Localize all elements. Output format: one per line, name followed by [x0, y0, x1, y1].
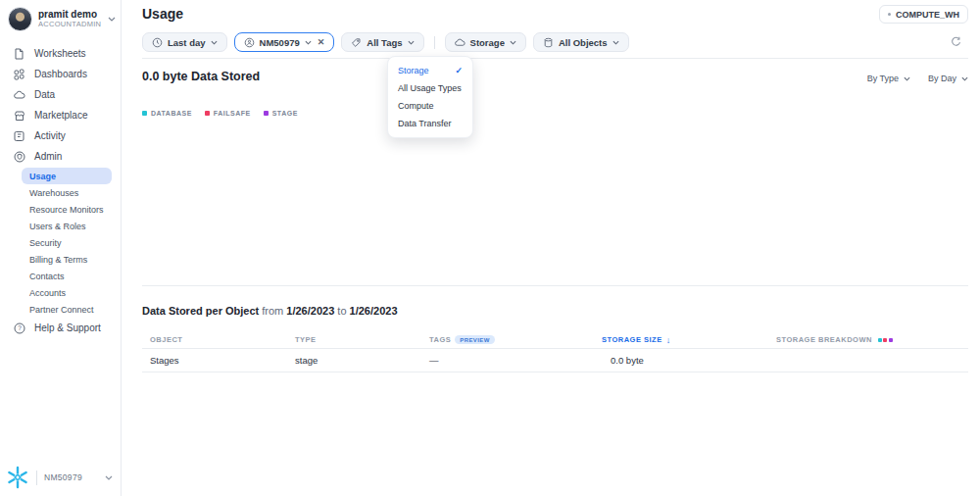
row-object-cell: Stages — [142, 355, 295, 366]
sidebar-item-label: Marketplace — [34, 110, 87, 121]
sidebar-item-label: Help & Support — [34, 322, 101, 333]
warehouse-name: COMPUTE_WH — [896, 10, 959, 20]
sidebar-item-resource-monitors[interactable]: Resource Monitors — [22, 201, 112, 218]
menu-item-compute[interactable]: Compute — [388, 97, 472, 115]
column-header-storage-size[interactable]: STORAGE SIZE ↓ — [602, 335, 776, 345]
sidebar-item-security[interactable]: Security — [22, 234, 112, 251]
grid-icon — [13, 69, 25, 80]
row-type-cell: stage — [295, 355, 429, 366]
sidebar-item-help-support[interactable]: ? Help & Support — [0, 318, 121, 338]
sidebar-item-users-roles[interactable]: Users & Roles — [22, 218, 112, 234]
filter-label: NM50979 — [260, 37, 300, 48]
sidebar-item-billing-terms[interactable]: Billing & Terms — [22, 251, 112, 268]
page-title: Usage — [142, 6, 183, 22]
filter-label: Storage — [470, 37, 505, 48]
table-row[interactable]: Stages stage — 0.0 byte — [142, 349, 968, 372]
preview-badge: PREVIEW — [455, 335, 494, 344]
sidebar-item-dashboards[interactable]: Dashboards — [0, 64, 121, 84]
time-range-filter-button[interactable]: Last day — [142, 32, 227, 52]
legend-color-swatch — [205, 111, 210, 116]
subnav-label: Security — [29, 238, 62, 248]
account-filter-button[interactable]: NM50979 ✕ — [234, 32, 335, 52]
tag-icon — [351, 37, 362, 48]
admin-subnav: Usage Warehouses Resource Monitors Users… — [0, 167, 121, 318]
chevron-down-icon — [612, 40, 619, 45]
sidebar: pramit demo ACCOUNTADMIN Worksheets Dash… — [0, 0, 122, 496]
sidebar-item-activity[interactable]: Activity — [0, 125, 121, 146]
legend-item-failsafe: FAILSAFE — [205, 110, 251, 117]
sidebar-item-admin[interactable]: Admin — [0, 146, 121, 167]
cloud-icon — [455, 37, 466, 48]
avatar — [8, 7, 32, 31]
warehouse-selector-button[interactable]: COMPUTE_WH — [879, 5, 968, 24]
group-by-label: By Type — [867, 74, 899, 83]
column-header-storage-breakdown: STORAGE BREAKDOWN — [776, 335, 968, 344]
legend-label: FAILSAFE — [214, 110, 251, 117]
user-meta: pramit demo ACCOUNTADMIN — [38, 9, 101, 28]
chevron-down-icon — [211, 40, 218, 45]
sidebar-item-partner-connect[interactable]: Partner Connect — [22, 301, 112, 318]
interval-dropdown[interactable]: By Day — [928, 74, 968, 83]
table-title-to-word: to — [337, 305, 346, 317]
sort-desc-icon: ↓ — [666, 335, 671, 345]
tags-filter-button[interactable]: All Tags — [341, 32, 423, 52]
table-title-main: Data Stored per Object — [142, 305, 259, 317]
chart-heading: 0.0 byte Data Stored — [142, 70, 260, 83]
subnav-label: Users & Roles — [29, 222, 86, 231]
legend-color-swatch — [142, 111, 147, 116]
subnav-label: Billing & Terms — [29, 255, 87, 265]
database-icon — [543, 37, 554, 48]
divider — [36, 471, 37, 485]
chart-controls: By Type By Day — [867, 74, 968, 83]
account-locator: NM50979 — [44, 472, 82, 482]
chevron-down-icon — [108, 17, 116, 22]
snowflake-logo-icon — [6, 466, 29, 489]
sidebar-item-accounts[interactable]: Accounts — [22, 284, 112, 301]
sidebar-item-label: Admin — [34, 151, 62, 162]
chevron-down-icon — [408, 40, 415, 45]
close-icon[interactable]: ✕ — [318, 37, 325, 47]
refresh-icon[interactable] — [951, 36, 961, 47]
menu-item-label: Storage — [398, 66, 429, 75]
objects-filter-button[interactable]: All Objects — [533, 32, 629, 52]
sidebar-nav: Worksheets Dashboards Data Marketplace — [0, 43, 121, 338]
activity-icon — [13, 130, 25, 142]
section-divider — [142, 285, 968, 286]
table-start-date: 1/26/2023 — [286, 305, 334, 317]
usage-type-menu: Storage ✓ All Usage Types Compute Data T… — [387, 56, 473, 138]
sidebar-item-warehouses[interactable]: Warehouses — [22, 184, 112, 201]
sidebar-item-data[interactable]: Data — [0, 84, 121, 105]
sidebar-item-worksheets[interactable]: Worksheets — [0, 43, 121, 64]
clock-icon — [152, 37, 163, 48]
column-label: OBJECT — [150, 335, 182, 344]
chevron-down-icon — [904, 76, 910, 81]
sidebar-item-usage[interactable]: Usage — [22, 168, 112, 184]
filter-label: All Tags — [367, 37, 402, 48]
group-by-dropdown[interactable]: By Type — [867, 74, 910, 83]
breakdown-legend-dots — [878, 338, 893, 342]
breakdown-swatch-stage — [889, 338, 893, 342]
account-switcher[interactable]: NM50979 — [6, 466, 113, 489]
legend-item-database: DATABASE — [142, 110, 192, 117]
sidebar-item-contacts[interactable]: Contacts — [22, 268, 112, 284]
subnav-label: Usage — [29, 172, 56, 181]
organization-icon — [244, 37, 255, 48]
sidebar-item-marketplace[interactable]: Marketplace — [0, 105, 121, 125]
document-icon — [13, 48, 25, 60]
chevron-down-icon — [305, 40, 312, 45]
column-label: TYPE — [295, 335, 317, 344]
column-header-type: TYPE — [295, 335, 429, 344]
menu-item-data-transfer[interactable]: Data Transfer — [388, 115, 472, 132]
snowflake-usage-page: pramit demo ACCOUNTADMIN Worksheets Dash… — [0, 0, 980, 496]
legend-label: DATABASE — [151, 110, 192, 117]
usage-type-filter-button[interactable]: Storage — [445, 32, 526, 52]
menu-item-all-usage-types[interactable]: All Usage Types — [388, 79, 472, 97]
filter-label: All Objects — [559, 37, 608, 48]
chevron-down-icon — [510, 40, 516, 45]
svg-text:?: ? — [18, 324, 22, 331]
row-storage-size-cell: 0.0 byte — [602, 355, 776, 366]
chart-legend: DATABASE FAILSAFE STAGE — [142, 110, 298, 117]
account-menu[interactable]: pramit demo ACCOUNTADMIN — [8, 7, 116, 31]
menu-item-storage[interactable]: Storage ✓ — [388, 62, 472, 79]
main-content: Usage COMPUTE_WH Last day NM50979 — [122, 0, 980, 496]
